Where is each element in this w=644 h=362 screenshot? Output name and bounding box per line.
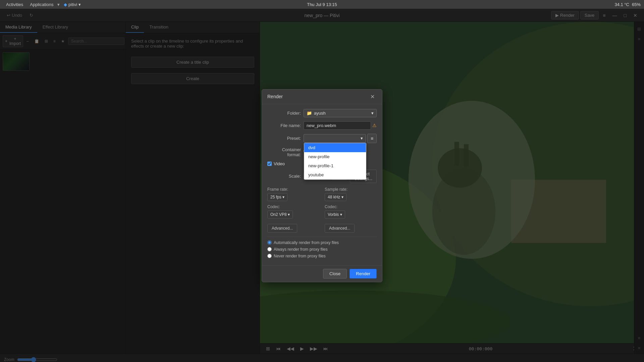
folder-select: 📁 ayush ▾ xyxy=(304,109,377,117)
framerate-select[interactable]: 25 fps ▾ xyxy=(267,193,287,201)
preset-item-youtube[interactable]: youtube xyxy=(304,170,366,179)
video-codec-col: Codec: On2 VP8 ▾ xyxy=(267,204,319,219)
preset-label: Preset: xyxy=(267,136,301,141)
preset-dropdown-arrow: ▾ xyxy=(361,136,363,141)
radio-always[interactable] xyxy=(267,247,272,251)
samplerate-select[interactable]: 48 kHz ▾ xyxy=(325,193,346,201)
preset-dropdown: dvd new-profile new-profile-1 youtube xyxy=(304,143,366,180)
preset-item-dvd[interactable]: dvd xyxy=(304,143,366,152)
codec-row: Codec: On2 VP8 ▾ Codec: Vorbis ▾ xyxy=(267,204,377,219)
radio-auto[interactable] xyxy=(267,240,272,245)
dialog-title: Render xyxy=(267,94,283,99)
battery-indicator: 65% xyxy=(632,2,641,7)
preset-item-new-profile-1[interactable]: new-profile-1 xyxy=(304,161,366,170)
audio-codec-select[interactable]: Vorbis ▾ xyxy=(325,210,345,219)
video-checkbox[interactable] xyxy=(267,162,272,166)
dialog-divider xyxy=(267,237,377,237)
preset-item-new-profile[interactable]: new-profile xyxy=(304,152,366,161)
video-advanced-col: Advanced... xyxy=(267,222,319,233)
warning-icon: ⚠ xyxy=(372,123,377,128)
dialog-render-button[interactable]: Render xyxy=(350,269,377,279)
folder-label: Folder: xyxy=(267,111,301,116)
top-bar: Activities Applications ▾ ◆ pitivi ▾ Thu… xyxy=(0,0,644,9)
framerate-label: Frame rate: xyxy=(267,187,319,192)
audio-advanced-button[interactable]: Advanced... xyxy=(325,224,355,233)
preset-menu-button[interactable]: ≡ xyxy=(367,134,377,143)
dialog-close-action-button[interactable]: Close xyxy=(323,269,347,279)
video-codec-select[interactable]: On2 VP8 ▾ xyxy=(267,210,293,219)
samplerate-label: Sample rate: xyxy=(325,187,377,192)
preset-row: Preset: ▾ ≡ xyxy=(267,134,377,143)
framerate-col: Frame rate: 25 fps ▾ xyxy=(267,187,319,201)
video-section-title: Video xyxy=(274,161,285,166)
preset-select[interactable]: ▾ xyxy=(304,134,366,142)
rate-row: Frame rate: 25 fps ▾ Sample rate: 48 kHz… xyxy=(267,187,377,201)
dialog-header: Render ✕ xyxy=(262,89,382,104)
video-codec-label: Codec: xyxy=(267,204,319,209)
radio-always-label: Always render from proxy files xyxy=(274,247,328,252)
folder-dropdown-icon: ▾ xyxy=(371,111,374,116)
advanced-row: Advanced... Advanced... xyxy=(267,222,377,233)
filename-input[interactable] xyxy=(304,121,371,130)
folder-value: ayush xyxy=(314,111,326,116)
activities-button[interactable]: Activities xyxy=(3,1,26,8)
samplerate-col: Sample rate: 48 kHz ▾ xyxy=(325,187,377,201)
radio-never-label: Never render from proxy files xyxy=(274,254,326,258)
audio-codec-label: Codec: xyxy=(325,204,377,209)
container-format-label: Container format: xyxy=(267,147,301,157)
render-dialog: Render ✕ Folder: 📁 ayush ▾ File name: xyxy=(262,89,382,282)
folder-button[interactable]: 📁 ayush ▾ xyxy=(304,109,377,117)
dialog-overlay[interactable]: Render ✕ Folder: 📁 ayush ▾ File name: xyxy=(0,9,644,362)
cpu-temp: 34.1 °C xyxy=(614,2,629,7)
filename-input-row: ⚠ xyxy=(304,121,377,130)
radio-never[interactable] xyxy=(267,254,272,258)
radio-never-row: Never render from proxy files xyxy=(267,254,377,258)
dialog-body: Folder: 📁 ayush ▾ File name: ⚠ xyxy=(262,104,382,265)
radio-always-row: Always render from proxy files xyxy=(267,247,377,252)
topbar-right: 34.1 °C 65% xyxy=(614,2,641,7)
audio-codec-col: Codec: Vorbis ▾ xyxy=(325,204,377,219)
app-icon: ◆ xyxy=(64,2,67,7)
radio-auto-row: Automatically render from proxy files xyxy=(267,240,377,245)
radio-auto-label: Automatically render from proxy files xyxy=(274,240,339,245)
app-name-button[interactable]: ◆ pitivi ▾ xyxy=(61,1,83,8)
folder-icon: 📁 xyxy=(307,111,312,116)
dialog-close-button[interactable]: ✕ xyxy=(368,93,377,101)
audio-advanced-col: Advanced... xyxy=(325,222,377,233)
filename-row: File name: ⚠ xyxy=(267,121,377,130)
filename-label: File name: xyxy=(267,123,301,128)
dialog-footer: Close Render xyxy=(262,265,382,282)
topbar-center: Thu Jul 9 13:15 xyxy=(307,2,337,7)
topbar-left: Activities Applications ▾ ◆ pitivi ▾ xyxy=(3,1,84,8)
applications-button[interactable]: Applications xyxy=(27,1,56,8)
scale-label: Scale: xyxy=(267,174,301,179)
preset-select-row: ▾ ≡ xyxy=(304,134,377,143)
video-advanced-button[interactable]: Advanced... xyxy=(267,224,297,233)
folder-row: Folder: 📁 ayush ▾ xyxy=(267,109,377,117)
